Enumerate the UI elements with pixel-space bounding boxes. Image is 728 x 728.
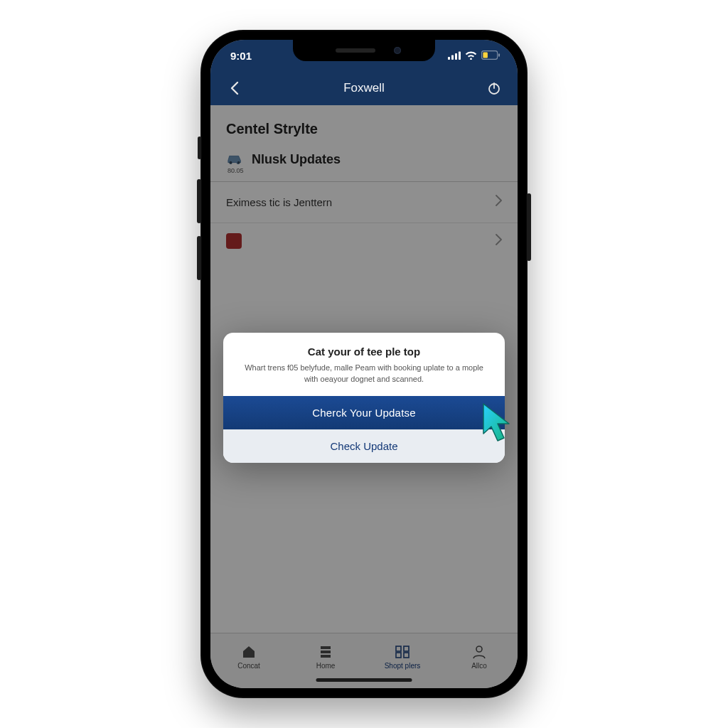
svg-point-18 <box>476 646 482 652</box>
content-area: Centel Strylte Nlusk Updates 80.05 Exime… <box>210 105 518 633</box>
tab-label: Allco <box>471 662 487 670</box>
svg-rect-6 <box>498 53 500 57</box>
cellular-icon <box>448 50 461 62</box>
home-icon <box>241 645 257 659</box>
silence-switch[interactable] <box>198 136 201 159</box>
svg-rect-12 <box>321 651 331 653</box>
power-button[interactable] <box>527 193 531 261</box>
tab-concat[interactable]: Concat <box>210 633 287 688</box>
check-update-button[interactable]: Check Update <box>223 429 505 463</box>
list-icon <box>318 645 333 659</box>
car-icon <box>226 150 245 168</box>
svg-rect-16 <box>396 653 401 658</box>
svg-rect-15 <box>404 646 409 651</box>
tab-label: Shopt plers <box>385 662 421 670</box>
svg-point-9 <box>230 161 232 164</box>
grid-icon <box>395 645 410 659</box>
update-popup: Cat your of tee ple top Whart trens f05 … <box>223 333 505 463</box>
tab-label: Concat <box>237 662 260 670</box>
chevron-right-icon <box>496 234 502 249</box>
back-button[interactable] <box>223 81 245 95</box>
power-icon <box>487 81 501 95</box>
chevron-right-icon <box>496 195 502 210</box>
volume-up-button[interactable] <box>197 179 201 223</box>
front-camera <box>394 47 401 54</box>
check-your-update-button[interactable]: Cherck Your Updatse <box>223 396 505 429</box>
profile-icon <box>471 645 487 659</box>
popup-body: Whart trens f05 belyfude, malle Peam wit… <box>240 363 488 385</box>
svg-rect-11 <box>321 646 331 649</box>
nav-bar: Foxwell <box>210 71 518 105</box>
svg-rect-0 <box>448 57 450 60</box>
list-item-1[interactable]: Eximess tic is Jenttern <box>210 182 518 223</box>
tab-label: Home <box>316 662 336 670</box>
status-time: 9:01 <box>230 50 252 62</box>
screen: 9:01 Foxwell <box>210 40 518 688</box>
section-title: Centel Strylte <box>210 105 518 147</box>
svg-rect-3 <box>459 51 461 60</box>
updates-sub: 80.05 <box>228 167 244 174</box>
speaker-grille <box>336 48 375 53</box>
svg-point-10 <box>237 161 240 164</box>
chevron-left-icon <box>230 81 239 95</box>
app-badge-icon <box>226 233 242 249</box>
power-action-button[interactable] <box>483 81 505 95</box>
notch <box>293 40 435 61</box>
phone-frame: 9:01 Foxwell <box>200 30 528 698</box>
list-item-2[interactable] <box>210 223 518 259</box>
svg-rect-13 <box>321 655 331 658</box>
volume-down-button[interactable] <box>197 236 201 280</box>
list-item-label: Eximess tic is Jenttern <box>226 196 332 208</box>
updates-row[interactable]: Nlusk Updates 80.05 <box>210 147 518 181</box>
home-indicator[interactable] <box>316 678 412 682</box>
svg-rect-17 <box>404 653 409 658</box>
nav-title: Foxwell <box>343 81 385 95</box>
svg-rect-2 <box>455 53 457 60</box>
wifi-icon <box>465 50 477 62</box>
svg-rect-14 <box>396 646 401 651</box>
tab-profile[interactable]: Allco <box>441 633 518 688</box>
popup-title: Cat your of tee ple top <box>240 346 488 358</box>
updates-label: Nlusk Updates <box>252 152 341 167</box>
svg-rect-1 <box>451 55 454 60</box>
svg-rect-5 <box>483 52 488 58</box>
battery-icon <box>481 50 500 62</box>
